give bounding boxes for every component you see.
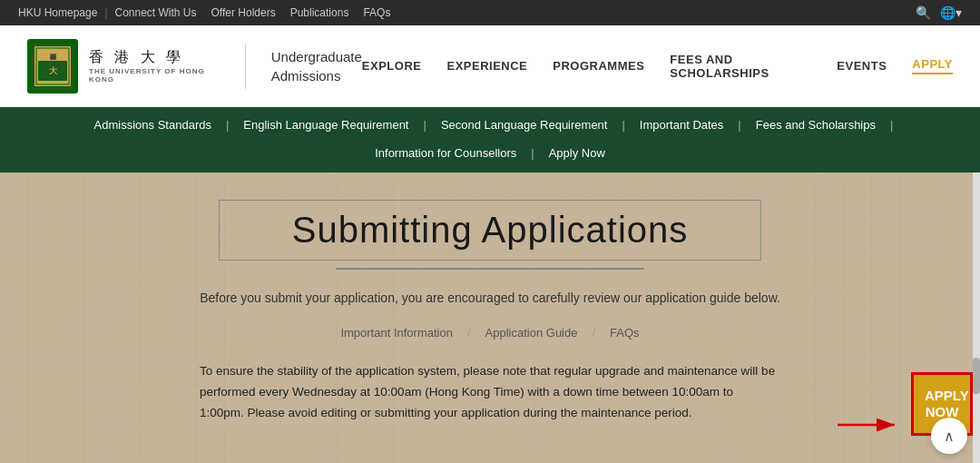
sub-nav-row-2: Information for Counsellors | Apply Now xyxy=(0,143,980,172)
logo-subtitle: Undergraduate Admissions xyxy=(271,47,362,85)
hero-title: Submitting Applications xyxy=(292,210,689,251)
application-guide-link[interactable]: Application Guide xyxy=(485,326,578,340)
search-icon[interactable]: 🔍 xyxy=(916,5,931,20)
subnav-english-language[interactable]: English Language Requirement xyxy=(234,114,417,135)
subnav-fees-scholarships[interactable]: Fees and Scholarships xyxy=(747,114,885,135)
subnav-admissions-standards[interactable]: Admissions Standards xyxy=(85,114,220,135)
logo-text: 香 港 大 學 THE UNIVERSITY OF HONG KONG xyxy=(89,48,220,84)
subtitle-line2: Admissions xyxy=(271,66,362,85)
arrow-indicator xyxy=(833,407,906,447)
top-separator: | xyxy=(104,6,107,19)
logo-area: HKU ⬛ 大 香 港 大 學 THE UNIVERSITY OF HONG K… xyxy=(27,39,362,94)
link-slash-2: / xyxy=(592,326,595,340)
subnav-pipe-6: | xyxy=(531,146,534,160)
svg-text:大: 大 xyxy=(48,66,58,75)
important-info-link[interactable]: Important Information xyxy=(340,326,453,340)
nav-events[interactable]: EVENTS xyxy=(837,59,887,73)
apply-now-line2: NOW xyxy=(926,404,959,419)
nav-fees[interactable]: FEES AND SCHOLARSHIPS xyxy=(670,53,811,80)
logo-chinese: 香 港 大 學 xyxy=(89,48,220,67)
publications-link[interactable]: Publications xyxy=(290,6,349,19)
subnav-important-dates[interactable]: Important Dates xyxy=(631,114,733,135)
sub-nav: Admissions Standards | English Language … xyxy=(0,107,980,172)
logo-english: THE UNIVERSITY OF HONG KONG xyxy=(89,67,220,84)
svg-text:⬛: ⬛ xyxy=(50,54,57,61)
nav-apply[interactable]: APPLY xyxy=(912,57,953,74)
hero-title-box: Submitting Applications xyxy=(219,200,762,261)
chevron-up-icon: ∧ xyxy=(944,428,955,445)
apply-now-line1: APPLY xyxy=(925,388,969,403)
globe-icon[interactable]: 🌐▾ xyxy=(940,5,962,20)
nav-programmes[interactable]: PROGRAMMES xyxy=(553,59,644,73)
hero-subtitle: Before you submit your application, you … xyxy=(200,288,780,308)
hero-links: Important Information / Application Guid… xyxy=(340,326,639,340)
hero-section: Submitting Applications Before you submi… xyxy=(0,172,980,463)
faqs-hero-link[interactable]: FAQs xyxy=(610,326,640,340)
subnav-pipe-4: | xyxy=(738,118,740,132)
logo-divider xyxy=(245,44,246,89)
hku-homepage-link[interactable]: HKU Homepage xyxy=(18,6,97,19)
site-header: HKU ⬛ 大 香 港 大 學 THE UNIVERSITY OF HONG K… xyxy=(0,25,980,107)
sub-nav-row: Admissions Standards | English Language … xyxy=(0,107,980,143)
subnav-pipe-3: | xyxy=(622,118,624,132)
nav-experience[interactable]: EXPERIENCE xyxy=(446,59,527,73)
subtitle-line1: Undergraduate xyxy=(271,47,362,66)
subnav-apply-now[interactable]: Apply Now xyxy=(540,143,614,163)
faqs-link[interactable]: FAQs xyxy=(363,6,390,19)
hero-content: Submitting Applications Before you submi… xyxy=(0,172,980,424)
top-utility-bar: HKU Homepage | Connect With Us Offer Hol… xyxy=(0,0,980,25)
arrow-icon xyxy=(833,407,906,443)
link-slash-1: / xyxy=(467,326,471,340)
hku-crest-icon: HKU ⬛ 大 xyxy=(27,39,78,94)
offer-holders-link[interactable]: Offer Holders xyxy=(211,6,276,19)
main-nav: EXPLORE EXPERIENCE PROGRAMMES FEES AND S… xyxy=(362,53,953,80)
scroll-up-button[interactable]: ∧ xyxy=(931,418,967,454)
subnav-second-language[interactable]: Second Language Requirement xyxy=(432,114,617,135)
hero-divider xyxy=(336,268,644,270)
nav-explore[interactable]: EXPLORE xyxy=(362,59,422,73)
subnav-pipe-2: | xyxy=(423,118,426,132)
subnav-counsellors[interactable]: Information for Counsellors xyxy=(366,143,525,163)
subnav-pipe-5: | xyxy=(890,118,893,132)
hero-body-text: To ensure the stability of the applicati… xyxy=(200,361,780,424)
connect-with-us-link[interactable]: Connect With Us xyxy=(115,6,197,19)
subnav-pipe-1: | xyxy=(226,118,229,132)
